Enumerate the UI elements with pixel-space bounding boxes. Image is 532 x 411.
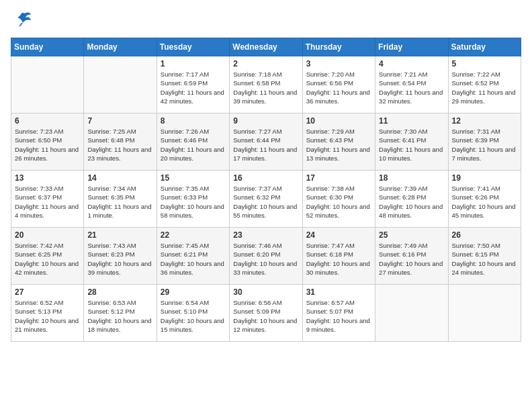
calendar-cell: 5Sunrise: 7:22 AM Sunset: 6:52 PM Daylig… xyxy=(448,56,521,113)
calendar-cell: 19Sunrise: 7:41 AM Sunset: 6:26 PM Dayli… xyxy=(448,171,521,228)
day-number: 20 xyxy=(15,230,80,240)
day-number: 15 xyxy=(161,173,226,183)
cell-content: Sunrise: 7:26 AM Sunset: 6:46 PM Dayligh… xyxy=(161,127,226,163)
cell-content: Sunrise: 6:53 AM Sunset: 5:12 PM Dayligh… xyxy=(87,298,152,334)
cell-content: Sunrise: 7:43 AM Sunset: 6:23 PM Dayligh… xyxy=(87,241,152,277)
cell-content: Sunrise: 7:35 AM Sunset: 6:33 PM Dayligh… xyxy=(161,184,226,220)
day-header-sunday: Sunday xyxy=(11,38,84,56)
cell-content: Sunrise: 7:38 AM Sunset: 6:30 PM Dayligh… xyxy=(306,184,371,220)
day-number: 2 xyxy=(233,59,298,68)
cell-content: Sunrise: 7:17 AM Sunset: 6:59 PM Dayligh… xyxy=(161,70,226,105)
calendar-cell: 14Sunrise: 7:34 AM Sunset: 6:35 PM Dayli… xyxy=(84,171,157,228)
cell-content: Sunrise: 7:49 AM Sunset: 6:16 PM Dayligh… xyxy=(379,241,444,277)
cell-content: Sunrise: 7:46 AM Sunset: 6:20 PM Dayligh… xyxy=(233,241,298,277)
calendar-cell: 27Sunrise: 6:52 AM Sunset: 5:13 PM Dayli… xyxy=(11,285,84,342)
cell-content: Sunrise: 7:42 AM Sunset: 6:25 PM Dayligh… xyxy=(15,241,80,277)
week-row-3: 13Sunrise: 7:33 AM Sunset: 6:37 PM Dayli… xyxy=(11,171,521,228)
day-number: 1 xyxy=(161,59,226,68)
day-number: 11 xyxy=(379,116,444,126)
day-number: 9 xyxy=(233,116,298,126)
calendar-cell: 29Sunrise: 6:54 AM Sunset: 5:10 PM Dayli… xyxy=(157,285,229,342)
calendar-cell xyxy=(11,56,84,113)
cell-content: Sunrise: 7:29 AM Sunset: 6:43 PM Dayligh… xyxy=(306,127,371,163)
day-header-friday: Friday xyxy=(375,38,448,56)
header-row: SundayMondayTuesdayWednesdayThursdayFrid… xyxy=(11,38,521,56)
calendar-cell: 15Sunrise: 7:35 AM Sunset: 6:33 PM Dayli… xyxy=(157,171,229,228)
page-header xyxy=(11,11,521,30)
day-number: 8 xyxy=(161,116,226,126)
calendar-cell: 6Sunrise: 7:23 AM Sunset: 6:50 PM Daylig… xyxy=(11,113,84,171)
calendar-table: SundayMondayTuesdayWednesdayThursdayFrid… xyxy=(11,38,521,342)
cell-content: Sunrise: 7:41 AM Sunset: 6:26 PM Dayligh… xyxy=(452,184,517,220)
cell-content: Sunrise: 7:39 AM Sunset: 6:28 PM Dayligh… xyxy=(379,184,444,220)
day-number: 4 xyxy=(379,59,444,68)
day-number: 6 xyxy=(15,116,80,126)
calendar-cell: 25Sunrise: 7:49 AM Sunset: 6:16 PM Dayli… xyxy=(375,228,448,285)
calendar-cell: 24Sunrise: 7:47 AM Sunset: 6:18 PM Dayli… xyxy=(302,228,375,285)
calendar-cell: 23Sunrise: 7:46 AM Sunset: 6:20 PM Dayli… xyxy=(230,228,302,285)
day-number: 13 xyxy=(15,173,80,183)
calendar-cell: 16Sunrise: 7:37 AM Sunset: 6:32 PM Dayli… xyxy=(230,171,302,228)
day-number: 29 xyxy=(161,287,226,297)
calendar-cell: 28Sunrise: 6:53 AM Sunset: 5:12 PM Dayli… xyxy=(84,285,157,342)
cell-content: Sunrise: 7:21 AM Sunset: 6:54 PM Dayligh… xyxy=(379,70,444,105)
week-row-2: 6Sunrise: 7:23 AM Sunset: 6:50 PM Daylig… xyxy=(11,113,521,171)
cell-content: Sunrise: 7:25 AM Sunset: 6:48 PM Dayligh… xyxy=(87,127,152,163)
logo xyxy=(11,11,35,30)
day-number: 14 xyxy=(87,173,152,183)
day-number: 16 xyxy=(233,173,298,183)
calendar-cell: 18Sunrise: 7:39 AM Sunset: 6:28 PM Dayli… xyxy=(375,171,448,228)
calendar-cell: 11Sunrise: 7:30 AM Sunset: 6:41 PM Dayli… xyxy=(375,113,448,171)
week-row-1: 1Sunrise: 7:17 AM Sunset: 6:59 PM Daylig… xyxy=(11,56,521,113)
logo-bird-icon xyxy=(11,11,32,30)
day-header-wednesday: Wednesday xyxy=(230,38,302,56)
day-number: 12 xyxy=(452,116,517,126)
day-number: 23 xyxy=(233,230,298,240)
cell-content: Sunrise: 7:20 AM Sunset: 6:56 PM Dayligh… xyxy=(306,70,371,105)
day-number: 24 xyxy=(306,230,371,240)
day-number: 18 xyxy=(379,173,444,183)
calendar-cell: 9Sunrise: 7:27 AM Sunset: 6:44 PM Daylig… xyxy=(230,113,302,171)
day-number: 10 xyxy=(306,116,371,126)
cell-content: Sunrise: 7:37 AM Sunset: 6:32 PM Dayligh… xyxy=(233,184,298,220)
cell-content: Sunrise: 6:56 AM Sunset: 5:09 PM Dayligh… xyxy=(233,298,298,334)
day-number: 5 xyxy=(452,59,517,68)
cell-content: Sunrise: 7:23 AM Sunset: 6:50 PM Dayligh… xyxy=(15,127,80,163)
calendar-cell xyxy=(375,285,448,342)
cell-content: Sunrise: 7:50 AM Sunset: 6:15 PM Dayligh… xyxy=(452,241,517,277)
cell-content: Sunrise: 7:27 AM Sunset: 6:44 PM Dayligh… xyxy=(233,127,298,163)
calendar-cell: 13Sunrise: 7:33 AM Sunset: 6:37 PM Dayli… xyxy=(11,171,84,228)
calendar-cell: 26Sunrise: 7:50 AM Sunset: 6:15 PM Dayli… xyxy=(448,228,521,285)
calendar-cell: 30Sunrise: 6:56 AM Sunset: 5:09 PM Dayli… xyxy=(230,285,302,342)
day-number: 30 xyxy=(233,287,298,297)
cell-content: Sunrise: 6:57 AM Sunset: 5:07 PM Dayligh… xyxy=(306,298,371,334)
day-number: 31 xyxy=(306,287,371,297)
day-number: 19 xyxy=(452,173,517,183)
calendar-cell: 8Sunrise: 7:26 AM Sunset: 6:46 PM Daylig… xyxy=(157,113,229,171)
cell-content: Sunrise: 7:30 AM Sunset: 6:41 PM Dayligh… xyxy=(379,127,444,163)
calendar-cell: 7Sunrise: 7:25 AM Sunset: 6:48 PM Daylig… xyxy=(84,113,157,171)
cell-content: Sunrise: 7:31 AM Sunset: 6:39 PM Dayligh… xyxy=(452,127,517,163)
day-number: 21 xyxy=(87,230,152,240)
cell-content: Sunrise: 7:47 AM Sunset: 6:18 PM Dayligh… xyxy=(306,241,371,277)
calendar-cell xyxy=(448,285,521,342)
cell-content: Sunrise: 7:18 AM Sunset: 6:58 PM Dayligh… xyxy=(233,70,298,105)
calendar-cell: 3Sunrise: 7:20 AM Sunset: 6:56 PM Daylig… xyxy=(302,56,375,113)
calendar-cell: 2Sunrise: 7:18 AM Sunset: 6:58 PM Daylig… xyxy=(230,56,302,113)
cell-content: Sunrise: 7:22 AM Sunset: 6:52 PM Dayligh… xyxy=(452,70,517,105)
cell-content: Sunrise: 7:45 AM Sunset: 6:21 PM Dayligh… xyxy=(161,241,226,277)
day-header-thursday: Thursday xyxy=(302,38,375,56)
calendar-cell: 1Sunrise: 7:17 AM Sunset: 6:59 PM Daylig… xyxy=(157,56,229,113)
calendar-cell: 20Sunrise: 7:42 AM Sunset: 6:25 PM Dayli… xyxy=(11,228,84,285)
day-number: 3 xyxy=(306,59,371,68)
day-header-monday: Monday xyxy=(84,38,157,56)
calendar-cell: 22Sunrise: 7:45 AM Sunset: 6:21 PM Dayli… xyxy=(157,228,229,285)
cell-content: Sunrise: 6:54 AM Sunset: 5:10 PM Dayligh… xyxy=(161,298,226,334)
calendar-cell: 4Sunrise: 7:21 AM Sunset: 6:54 PM Daylig… xyxy=(375,56,448,113)
calendar-cell: 21Sunrise: 7:43 AM Sunset: 6:23 PM Dayli… xyxy=(84,228,157,285)
calendar-cell: 12Sunrise: 7:31 AM Sunset: 6:39 PM Dayli… xyxy=(448,113,521,171)
cell-content: Sunrise: 7:33 AM Sunset: 6:37 PM Dayligh… xyxy=(15,184,80,220)
cell-content: Sunrise: 7:34 AM Sunset: 6:35 PM Dayligh… xyxy=(87,184,152,220)
day-number: 25 xyxy=(379,230,444,240)
day-number: 26 xyxy=(452,230,517,240)
